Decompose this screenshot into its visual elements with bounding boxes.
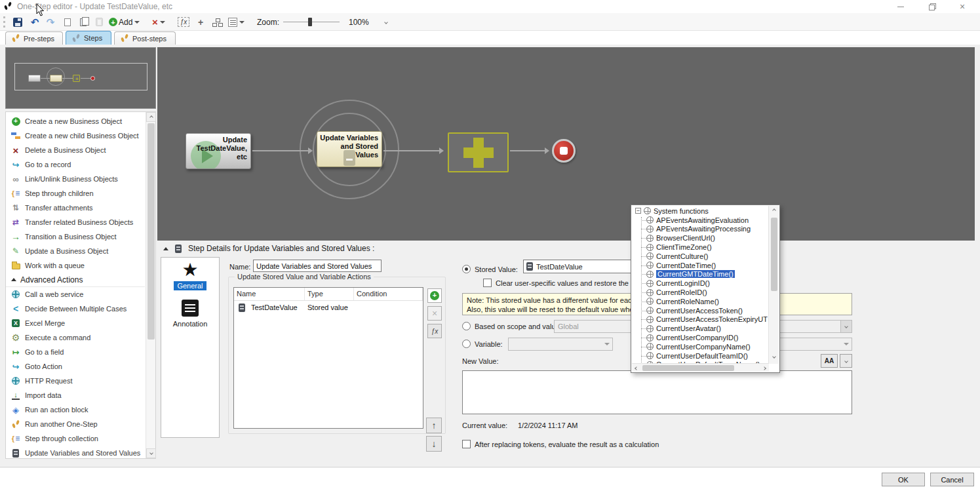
action-item[interactable]: Call a web service <box>6 287 145 302</box>
scope-radio[interactable] <box>462 322 471 330</box>
action-item[interactable]: Update Variables and Stored Values <box>6 446 145 458</box>
center-layout-button[interactable]: + <box>194 15 207 29</box>
delete-button[interactable]: × <box>152 15 165 29</box>
token-item[interactable]: CurrentCulture() <box>632 252 769 261</box>
paste-button[interactable] <box>92 15 106 29</box>
tab-post-steps[interactable]: Post-steps <box>114 31 176 45</box>
action-item[interactable]: Run an action block <box>6 402 145 417</box>
copy-button[interactable] <box>60 15 75 29</box>
flow-step-start[interactable]: Update TestDateValue, etc <box>186 133 251 169</box>
flow-canvas[interactable]: Update TestDateValue, etc Update Variabl… <box>157 47 975 241</box>
popup-vertical-scrollbar[interactable] <box>768 206 779 364</box>
action-item[interactable]: Transfer related Business Objects <box>6 215 145 229</box>
toolbar-grip[interactable] <box>3 16 6 28</box>
flow-add-step-placeholder[interactable] <box>448 132 509 172</box>
flow-step-update-variables[interactable]: Update Variables and Stored Values <box>317 131 382 167</box>
zoom-slider-thumb[interactable] <box>308 18 312 26</box>
variable-radio[interactable] <box>462 340 471 348</box>
scrollbar-thumb[interactable] <box>147 123 155 340</box>
variable-combo[interactable] <box>508 338 613 351</box>
zoom-slider[interactable] <box>283 15 340 29</box>
add-button[interactable]: + Add <box>109 15 140 29</box>
action-item[interactable]: Work with a queue <box>6 258 145 273</box>
restore-button[interactable] <box>922 0 943 13</box>
delete-action-button[interactable]: × <box>427 306 442 321</box>
flow-minimap[interactable]: + <box>5 47 156 109</box>
action-item[interactable]: Step through collection <box>6 431 145 446</box>
clear-user-values-checkbox[interactable] <box>483 279 492 287</box>
cancel-button[interactable]: Cancel <box>930 473 974 486</box>
action-list-scrollbar[interactable] <box>146 112 155 458</box>
token-item[interactable]: CurrentUserCompanyName() <box>632 342 769 351</box>
action-item[interactable]: Run another One-Step <box>6 417 145 431</box>
popup-horizontal-scrollbar[interactable] <box>632 363 769 372</box>
evaluate-calculation-checkbox[interactable] <box>462 440 471 448</box>
scroll-up-button[interactable] <box>146 112 156 122</box>
token-item[interactable]: CurrentRoleID() <box>632 288 769 297</box>
token-item[interactable]: CurrentUserCompanyID() <box>632 333 769 342</box>
token-item[interactable]: APEventsAwaitingEvaluation <box>632 216 769 225</box>
action-item[interactable]: Goto Action <box>6 359 145 374</box>
action-item[interactable]: Import data <box>6 388 145 402</box>
token-item[interactable]: CurrentLoginID() <box>632 279 769 288</box>
token-item[interactable]: CurrentUserAvatar() <box>632 324 769 333</box>
scrollbar-thumb[interactable] <box>642 365 734 371</box>
duplicate-button[interactable] <box>76 15 90 29</box>
stored-value-radio[interactable] <box>462 265 471 273</box>
step-details-header[interactable]: Step Details for Update Variables and St… <box>157 242 975 255</box>
token-item[interactable]: CurrentUserAccessToken() <box>632 306 769 315</box>
action-item[interactable]: Create a new child Business Object <box>6 128 145 143</box>
redo-button[interactable]: ↷ <box>43 15 58 29</box>
scroll-down-button[interactable] <box>146 448 156 458</box>
token-tree-root[interactable]: − System functions <box>632 206 769 216</box>
table-row[interactable]: TestDateValueStored value <box>234 301 423 314</box>
token-item[interactable]: CurrentUserDefaultTeamID() <box>632 351 769 361</box>
close-button[interactable]: × <box>952 0 973 13</box>
action-item[interactable]: Transfer attachments <box>6 201 145 215</box>
action-item[interactable]: Decide Between Multiple Cases <box>6 302 145 316</box>
action-item[interactable]: Delete a Business Object <box>6 143 145 157</box>
scroll-down-button[interactable] <box>770 353 779 362</box>
expression-action-button[interactable]: ƒx <box>427 324 442 338</box>
action-item[interactable]: Execute a command <box>6 330 145 345</box>
nav-item-general[interactable]: ★ General <box>161 260 219 290</box>
token-item[interactable]: CurrentRoleName() <box>632 297 769 306</box>
token-item[interactable]: ClientTimeZone() <box>632 243 769 252</box>
action-item[interactable]: Link/Unlink Business Objects <box>6 172 145 186</box>
name-input[interactable] <box>253 260 382 272</box>
collapse-expander-icon[interactable]: − <box>635 208 641 214</box>
tab-steps[interactable]: Steps <box>66 31 111 45</box>
action-item[interactable]: Excel Merge <box>6 316 145 330</box>
nav-item-annotation[interactable]: Annotation <box>161 300 219 328</box>
scroll-up-button[interactable] <box>770 206 779 215</box>
arrange-tree-button[interactable] <box>210 15 224 29</box>
toolbar-overflow-button[interactable] <box>382 15 391 29</box>
move-down-button[interactable]: ↓ <box>426 436 442 452</box>
action-item[interactable]: Update a Business Object <box>6 244 145 258</box>
token-item[interactable]: CurrentDateTime() <box>632 261 769 270</box>
token-item[interactable]: APEventsAwaitingProcessing <box>632 225 769 234</box>
advanced-actions-header[interactable]: Advanced Actions <box>6 273 145 287</box>
flow-step-end[interactable] <box>552 139 576 163</box>
ok-button[interactable]: OK <box>882 473 925 486</box>
minimap-viewport[interactable]: + <box>14 63 147 90</box>
expression-button[interactable]: ƒx <box>176 15 191 29</box>
step-options-button[interactable] <box>228 15 245 29</box>
add-action-button[interactable] <box>427 288 442 303</box>
action-item[interactable]: HTTP Request <box>6 374 145 388</box>
scroll-left-button[interactable] <box>632 364 641 372</box>
action-item[interactable]: Transition a Business Object <box>6 229 145 244</box>
token-menu-button[interactable] <box>840 354 852 368</box>
move-up-button[interactable]: ↑ <box>426 418 442 433</box>
action-item[interactable]: Create a new Business Object <box>6 114 145 128</box>
dropdown-button[interactable] <box>840 321 852 332</box>
text-modifier-button[interactable]: AA <box>821 354 838 368</box>
save-button[interactable] <box>10 15 25 29</box>
minimize-button[interactable] <box>890 0 911 13</box>
token-item[interactable]: BrowserClientUrl() <box>632 233 769 243</box>
new-value-textarea[interactable] <box>462 370 852 414</box>
scroll-right-button[interactable] <box>760 364 769 372</box>
token-item[interactable]: CurrentUserAccessTokenExpiryUT <box>632 315 769 324</box>
token-item[interactable]: CurrentGMTDateTime() <box>632 270 769 279</box>
action-item[interactable]: Go to a field <box>6 345 145 359</box>
